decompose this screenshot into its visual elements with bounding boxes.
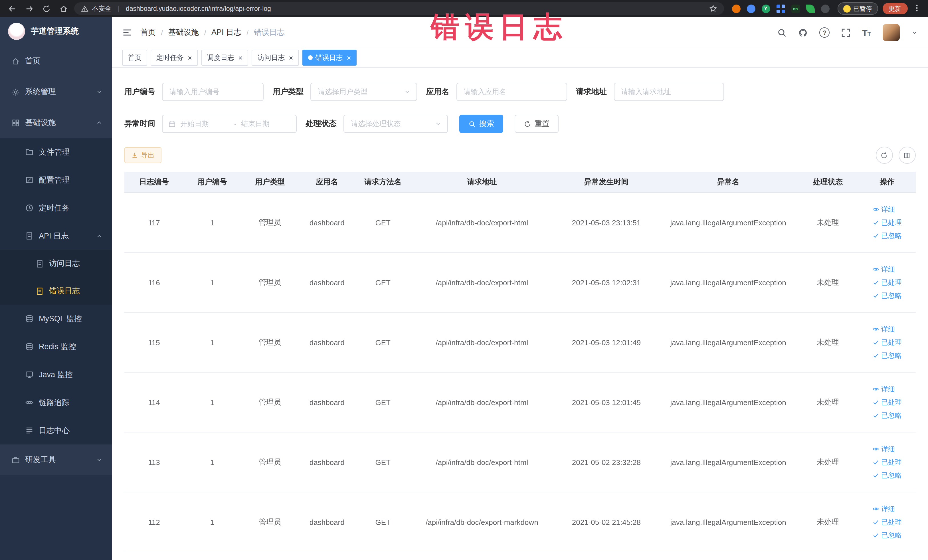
tab-close-icon[interactable]: × bbox=[238, 54, 243, 61]
extension-icon[interactable] bbox=[776, 4, 785, 13]
eye-icon bbox=[873, 266, 879, 273]
action-详细[interactable]: 详细 bbox=[873, 383, 895, 395]
table-header-row: 日志编号用户编号用户类型应用名请求方法名请求地址异常发生时间异常名处理状态操作 bbox=[124, 172, 916, 192]
cell-exception-name: java.lang.IllegalArgumentException bbox=[660, 312, 797, 372]
filter-label-user-id: 用户编号 bbox=[124, 87, 155, 97]
font-size-icon[interactable]: TT bbox=[862, 28, 871, 37]
tab-close-icon[interactable]: × bbox=[188, 54, 192, 61]
cell-user-id: 1 bbox=[184, 252, 241, 312]
extension-icon[interactable] bbox=[746, 4, 755, 13]
action-已处理[interactable]: 已处理 bbox=[873, 456, 902, 468]
breadcrumb-item-首页[interactable]: 首页 bbox=[140, 27, 156, 38]
sidebar-item-Java 监控[interactable]: Java 监控 bbox=[0, 360, 112, 389]
action-已忽略[interactable]: 已忽略 bbox=[873, 410, 902, 421]
bookmark-star-icon[interactable] bbox=[709, 5, 717, 12]
sidebar-item-文件管理[interactable]: 文件管理 bbox=[0, 138, 112, 166]
address-bar[interactable]: 不安全 | dashboard.yudao.iocoder.cn/infra/l… bbox=[74, 2, 724, 15]
browser-back-icon[interactable] bbox=[6, 2, 18, 15]
action-已忽略[interactable]: 已忽略 bbox=[873, 470, 902, 481]
cell-request-url: /api/infra/db-doc/export-markdown bbox=[411, 492, 553, 552]
sidebar-item-定时任务[interactable]: 定时任务 bbox=[0, 194, 112, 222]
extension-icon[interactable] bbox=[821, 4, 829, 13]
action-已忽略[interactable]: 已忽略 bbox=[873, 529, 902, 541]
tab-close-icon[interactable]: × bbox=[289, 54, 293, 61]
cell-log-id: 113 bbox=[124, 432, 184, 492]
extension-icon[interactable] bbox=[806, 4, 815, 13]
fullscreen-icon[interactable] bbox=[841, 27, 851, 37]
sidebar-item-配置管理[interactable]: 配置管理 bbox=[0, 166, 112, 194]
request-url-input[interactable] bbox=[614, 83, 724, 101]
breadcrumb-item-API 日志[interactable]: API 日志 bbox=[211, 27, 241, 38]
exception-time-range-picker[interactable]: 开始日期 - 结束日期 bbox=[162, 115, 297, 133]
reset-button[interactable]: 重置 bbox=[514, 115, 559, 133]
browser-forward-icon[interactable] bbox=[23, 2, 35, 15]
tab-调度日志[interactable]: 调度日志 × bbox=[201, 50, 248, 66]
sidebar-item-Redis 监控[interactable]: Redis 监控 bbox=[0, 333, 112, 360]
sidebar-item-API 日志[interactable]: API 日志 bbox=[0, 222, 112, 250]
action-已忽略[interactable]: 已忽略 bbox=[873, 350, 902, 361]
sidebar-item-日志中心[interactable]: 日志中心 bbox=[0, 417, 112, 444]
cell-user-type: 管理员 bbox=[241, 492, 299, 552]
chevron-down-icon bbox=[435, 121, 442, 127]
github-icon[interactable] bbox=[798, 27, 808, 37]
user-type-select[interactable]: 请选择用户类型 bbox=[310, 83, 417, 101]
filter-label-exception-time: 异常时间 bbox=[124, 119, 155, 129]
browser-menu-icon[interactable] bbox=[912, 3, 922, 14]
process-status-select[interactable]: 请选择处理状态 bbox=[343, 115, 448, 133]
collapse-sidebar-icon[interactable] bbox=[122, 27, 132, 38]
user-avatar[interactable] bbox=[882, 24, 899, 41]
user-id-input[interactable] bbox=[162, 83, 264, 101]
extensions-cluster: Y on bbox=[732, 4, 829, 13]
profile-paused-badge[interactable]: 已暂停 bbox=[837, 2, 878, 15]
action-详细[interactable]: 详细 bbox=[873, 204, 895, 215]
tab-close-icon[interactable]: × bbox=[347, 54, 351, 61]
sidebar-item-链路追踪[interactable]: 链路追踪 bbox=[0, 389, 112, 417]
app-name-input[interactable] bbox=[456, 83, 567, 101]
action-已忽略[interactable]: 已忽略 bbox=[873, 230, 902, 241]
action-详细[interactable]: 详细 bbox=[873, 323, 895, 335]
browser-update-button[interactable]: 更新 bbox=[882, 3, 907, 14]
help-icon[interactable]: ? bbox=[819, 27, 830, 38]
action-已处理[interactable]: 已处理 bbox=[873, 277, 902, 288]
tab-首页[interactable]: 首页 bbox=[122, 50, 147, 66]
action-已忽略[interactable]: 已忽略 bbox=[873, 290, 902, 301]
sidebar-item-label: Java 监控 bbox=[39, 369, 73, 380]
sidebar-item-研发工具[interactable]: 研发工具 bbox=[0, 444, 112, 475]
cell-exception-time: 2021-05-02 23:32:28 bbox=[553, 432, 659, 492]
avatar-caret-down-icon[interactable] bbox=[911, 29, 918, 36]
breadcrumb-item-基础设施[interactable]: 基础设施 bbox=[168, 27, 199, 38]
action-详细[interactable]: 详细 bbox=[873, 443, 895, 455]
browser-home-icon[interactable] bbox=[57, 2, 70, 15]
extension-icon[interactable]: on bbox=[791, 4, 800, 13]
extension-icon[interactable] bbox=[732, 4, 740, 13]
action-详细[interactable]: 详细 bbox=[873, 503, 895, 515]
search-button[interactable]: 搜索 bbox=[459, 115, 503, 133]
sidebar-item-MySQL 监控[interactable]: MySQL 监控 bbox=[0, 305, 112, 333]
browser-reload-icon[interactable] bbox=[40, 2, 52, 15]
sidebar-item-错误日志[interactable]: 错误日志 bbox=[0, 277, 112, 305]
sidebar-item-基础设施[interactable]: 基础设施 bbox=[0, 107, 112, 138]
cell-actions: 详细 已处理 已忽略 bbox=[859, 432, 916, 492]
export-button[interactable]: 导出 bbox=[124, 147, 162, 163]
tab-访问日志[interactable]: 访问日志 × bbox=[252, 50, 299, 66]
search-icon[interactable] bbox=[777, 27, 787, 37]
download-icon bbox=[131, 152, 138, 159]
action-已处理[interactable]: 已处理 bbox=[873, 337, 902, 348]
action-已处理[interactable]: 已处理 bbox=[873, 397, 902, 408]
extension-icon[interactable]: Y bbox=[762, 4, 770, 13]
cell-method: GET bbox=[355, 372, 411, 432]
action-已处理[interactable]: 已处理 bbox=[873, 217, 902, 228]
sidebar-item-访问日志[interactable]: 访问日志 bbox=[0, 250, 112, 277]
column-settings-button[interactable] bbox=[898, 146, 916, 164]
sidebar-item-系统管理[interactable]: 系统管理 bbox=[0, 76, 112, 107]
cell-app-name: dashboard bbox=[299, 432, 355, 492]
page-url: dashboard.yudao.iocoder.cn/infra/log/api… bbox=[126, 5, 271, 12]
sidebar-item-首页[interactable]: 首页 bbox=[0, 46, 112, 76]
tab-错误日志[interactable]: 错误日志 × bbox=[302, 50, 357, 66]
tab-定时任务[interactable]: 定时任务 × bbox=[151, 50, 198, 66]
refresh-table-button[interactable] bbox=[876, 146, 893, 164]
app-logo[interactable]: 芋道管理系统 bbox=[0, 17, 112, 46]
action-已处理[interactable]: 已处理 bbox=[873, 516, 902, 528]
action-详细[interactable]: 详细 bbox=[873, 264, 895, 275]
cell-user-type: 管理员 bbox=[241, 312, 299, 372]
